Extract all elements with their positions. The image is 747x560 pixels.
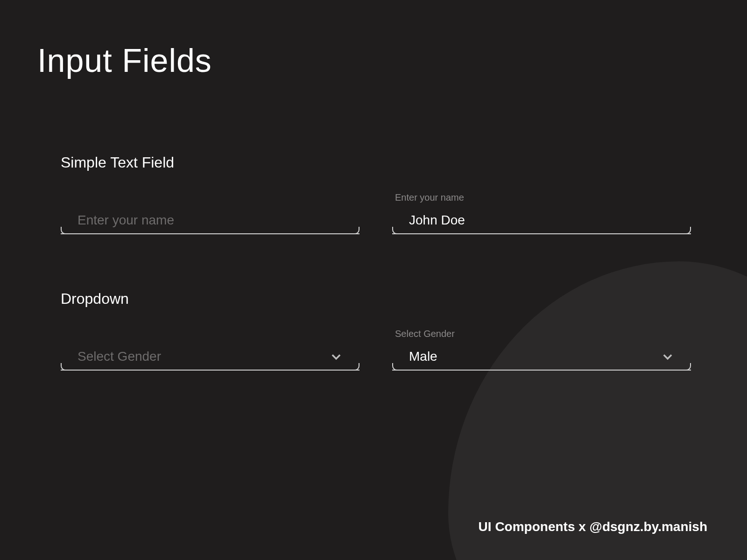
gender-select-placeholder: Select Gender: [78, 349, 330, 364]
dropdown-underline[interactable]: Male: [392, 343, 691, 371]
dropdown-row: Select Gender Select Gender Male: [37, 329, 710, 371]
dropdown-field-filled: Select Gender Male: [392, 329, 691, 371]
text-field-filled: Enter your name: [392, 192, 691, 234]
name-input-filled[interactable]: [409, 213, 674, 228]
text-field-empty: [61, 192, 359, 234]
footer-credit: UI Components x @dsgnz.by.manish: [479, 519, 707, 534]
chevron-down-icon: [661, 350, 674, 363]
name-input-empty[interactable]: [78, 213, 343, 228]
gender-select-value: Male: [409, 349, 661, 364]
text-input-underline: [61, 207, 359, 234]
page-title: Input Fields: [37, 42, 710, 79]
text-field-row: Enter your name: [37, 192, 710, 234]
dropdown-underline[interactable]: Select Gender: [61, 343, 359, 371]
text-input-underline: [392, 207, 691, 234]
dropdown-filled-label: Select Gender: [392, 329, 691, 341]
dropdown-field-empty: Select Gender: [61, 329, 359, 371]
chevron-down-icon: [330, 350, 343, 363]
text-field-filled-label: Enter your name: [392, 192, 691, 204]
section-heading-dropdown: Dropdown: [37, 290, 710, 308]
section-heading-text-field: Simple Text Field: [37, 154, 710, 171]
